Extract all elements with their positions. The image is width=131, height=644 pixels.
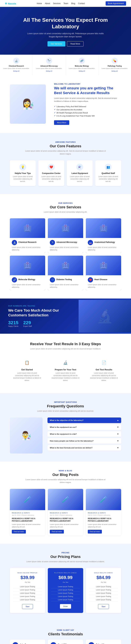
pricing-card: Gold Health Check $84.99 Per Test Lorem … [86,568,121,613]
service-card-title: Molecular Biology [18,278,35,281]
pricing-features-list: Lorem Ipsum TestingLorem Ipsum TestingLo… [89,585,118,602]
pricing-plan-tag: Basic Blood Profile [13,572,42,574]
pricing-button[interactable]: Start [22,604,33,609]
nav-links: HomeAboutServicesTeamBlogContact [37,2,85,4]
pricing-button[interactable]: Order [60,604,71,609]
faq-question: What is the objective of the laboratory? [50,419,84,421]
pricing-features-list: Lorem Ipsum TestingLorem Ipsum TestingLo… [51,585,80,602]
hero-primary-button[interactable]: Our Services [48,41,65,46]
faq-subtitle: Lorem ipsum dolor sit amet consectetur a… [24,410,106,412]
feature-icon: ⚗️ [76,164,83,170]
service-icon-link[interactable]: Going on! [112,70,118,72]
service-icon-desc: Lorem ipsum dolor sit amet consectetur. [100,68,129,70]
welcome-list-item: It Is A Long Established Fact That A Rea… [54,114,121,117]
faq-content: 👨‍🔬 What is the objective of the laborat… [10,418,121,454]
pricing-price: $39.99 [13,575,42,580]
faq-question: How many people can follow us for the la… [50,440,94,442]
nav-link[interactable]: Services [53,2,60,4]
blog-grid: 🧪 Research & Verify Jan 01, 2022 • Physi… [10,489,121,536]
step-title: Get Test Results [90,368,118,371]
testimonial-avatar: SM [50,642,56,644]
feature-desc: Lorem ipsum dolor sit amet consectetur a… [12,175,34,183]
pricing-feature: Lorem Ipsum Testing [51,585,80,588]
service-icon-link[interactable]: Going on! [46,70,52,72]
service-icon-desc: Lorem ipsum dolor sit amet consectetur. [34,68,64,70]
blog-meta: Jan 01, 2022 • Physics Laboratory [12,514,43,516]
welcome-image-wrapper: 👩‍🔬 [10,84,46,124]
faq-item[interactable]: What is the objective of the laboratory?… [48,418,121,423]
welcome-tag: Welcome To Laboratory [54,83,121,85]
services-grid: 🏥 🔬 Chemical Research Lorem ipsum dolor … [10,218,121,290]
service-card-title: Advanced Microscopy [56,241,77,243]
pricing-plan-tag: Gold Health Check [89,572,118,574]
services-title: Our Core Services [10,205,121,209]
features-title: Our Core Features [10,144,121,148]
faq-chevron-icon: ▲ [117,419,119,422]
service-icons-row: 🔬 Chemical Research Lorem ipsum dolor si… [0,55,131,75]
service-card-desc: Lorem ipsum dolor sit amet consectetur a… [12,246,43,251]
nav-cta-button[interactable]: Book Appointment [106,1,126,6]
nav-link[interactable]: Team [64,2,68,4]
pricing-feature: Lorem Ipsum Testing [13,592,42,595]
faq-chevron-icon: ▼ [117,440,119,442]
hero-secondary-button[interactable]: Read More [67,41,84,46]
testimonials-title: Clients Testimonials [10,632,121,636]
stat-staff-value: 229 [23,320,32,325]
service-card-title: Diabetes Testing [56,278,72,281]
blog-section: News & Blog Our Blog Posts Lorem ipsum d… [0,462,131,544]
stats-row: 3215 Happy Clients 229 Expert Staff [8,320,70,327]
stat-clients-label: Happy Clients [8,325,18,327]
service-card: 🏥 🧬 Molecular Biology Lorem ipsum dolor … [10,256,45,290]
faq-tag: Important Questions [10,401,121,403]
faq-item[interactable]: What is the equipment in a lab? ▼ [48,431,121,437]
service-card-icon: 🧫 [88,240,93,245]
nav-link[interactable]: About [45,2,50,4]
faq-item[interactable]: How many people can follow us for the la… [48,438,121,444]
logo-text: Nasuta [8,2,16,5]
stats-content: Our Numbers Are Talking We Care Too Much… [0,298,78,334]
testimonial-info: John Doe Client [20,643,28,644]
feature-desc: Lorem ipsum dolor sit amet consectetur a… [40,175,62,183]
blog-image: 🧪 [10,489,45,510]
service-card-desc: Lorem ipsum dolor sit amet consectetur a… [12,284,43,288]
service-card-image: 🏥 [48,256,83,275]
faq-item[interactable]: What is the equipment we use? ▼ [48,424,121,430]
pricing-subtitle: Lorem ipsum dolor sit amet consectetur a… [24,560,106,563]
feature-card: ❤️ Compassion Center Lorem ipsum dolor s… [38,160,64,186]
faq-item[interactable]: What is the best formula and services we… [48,445,121,450]
service-card-image: 🏥 [10,218,45,238]
service-icon-link[interactable]: Going on! [79,70,85,72]
faq-section: Important Questions Frequently Questions… [0,393,131,462]
blog-desc: Lorem ipsum dolor sit amet consectetur a… [50,523,81,528]
logo-icon: ⊕ [5,2,7,5]
blog-read-more-button[interactable]: Find out more [50,530,64,534]
blog-read-more-button[interactable]: Find out more [12,530,26,534]
testimonials-grid: JD John Doe Client ★★★★★ Lorem ipsum dol… [10,640,121,644]
welcome-list-item: All Health Packages At Accurate Result [54,111,121,114]
faq-question: What is the best formula and services we… [50,447,92,449]
service-icon-link[interactable]: Going on! [13,70,20,72]
service-card-icon: 🔭 [50,240,55,245]
step-desc: Lorem ipsum dolor sit amet consectetur a… [90,372,118,382]
pricing-features-list: Lorem Ipsum TestingLorem Ipsum TestingLo… [13,585,42,602]
feature-title: Qualified Staff [98,172,119,174]
nav-link[interactable]: Blog [71,2,75,4]
stats-title: We Care Too Much About Our Customers Sat… [8,308,70,318]
hero-subtitle: Lorem ipsum dolor sit amet consectetur a… [24,32,106,38]
service-card: 🏥 🧫 Anatomical Pathology Lorem ipsum dol… [86,218,121,253]
nav-link[interactable]: Contact [78,2,85,4]
step-icon: 📋 [23,358,31,367]
testimonials-section: Some Client Say Clients Testimonials JD … [0,621,131,644]
pricing-button[interactable]: Start [98,604,109,609]
service-card-body: 🧫 Anatomical Pathology Lorem ipsum dolor… [86,238,121,253]
welcome-button[interactable]: About More [54,120,69,125]
service-icon-item: 🔭 Advanced Microscopy Lorem ipsum dolor … [33,55,66,75]
step-icon: 📄 [100,358,108,367]
feature-card: 👥 Qualified Staff Lorem ipsum dolor sit … [95,160,121,186]
pricing-feature: Lorem Ipsum Testing [51,595,80,598]
stat-clients: 3215 Happy Clients [8,320,18,327]
nav-link[interactable]: Home [37,2,42,4]
blog-title: RESEARCH & VERIFY AS A PHYSICS LABORATOR… [12,517,43,522]
blog-read-more-button[interactable]: Find out more [88,530,102,534]
testimonial-name: Robert King [96,643,106,644]
